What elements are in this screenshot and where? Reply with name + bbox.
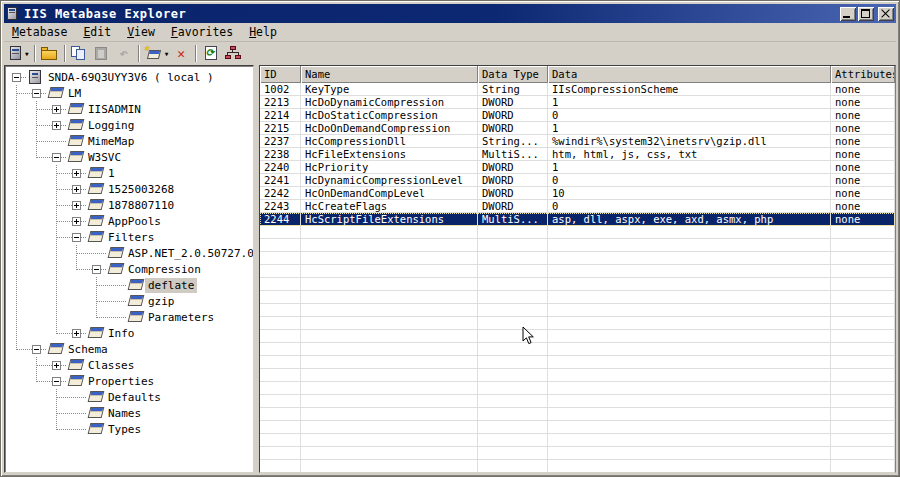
table-empty-row[interactable] <box>260 330 895 343</box>
collapse-minus-icon[interactable] <box>52 377 61 386</box>
expand-plus-icon[interactable] <box>72 217 81 226</box>
toolbar-connect-button[interactable]: ▼ <box>7 43 31 64</box>
collapse-minus-icon[interactable] <box>92 265 101 274</box>
menu-view[interactable]: View <box>119 24 163 41</box>
tree-item-apppools[interactable]: AppPools <box>7 213 253 229</box>
tree-item-label[interactable]: AppPools <box>105 214 164 229</box>
collapse-minus-icon[interactable] <box>72 233 81 242</box>
expand-plus-icon[interactable] <box>72 185 81 194</box>
table-empty-row[interactable] <box>260 291 895 304</box>
toolbar-delete-button[interactable]: ✕ <box>170 43 192 64</box>
tree-item-1525003268[interactable]: 1525003268 <box>7 181 253 197</box>
tree-item-label[interactable]: Classes <box>85 358 137 373</box>
tree-item-label[interactable]: IISADMIN <box>85 102 144 117</box>
table-row-1002[interactable]: 1002KeyTypeStringIIsCompressionSchemenon… <box>260 83 895 96</box>
tree-item-compression[interactable]: Compression <box>7 261 253 277</box>
tree-item-label[interactable]: W3SVC <box>85 150 124 165</box>
tree-item-asp-net-2-0-50727-0[interactable]: ASP.NET_2.0.50727.0 <box>7 245 253 261</box>
table-row-2213[interactable]: 2213HcDoDynamicCompressionDWORD1none <box>260 96 895 109</box>
menu-help[interactable]: Help <box>241 24 285 41</box>
tree-item-label[interactable]: 1525003268 <box>105 182 177 197</box>
tree-item-1[interactable]: 1 <box>7 165 253 181</box>
tree-item-label[interactable]: Names <box>105 406 144 421</box>
maximize-button[interactable] <box>858 7 874 21</box>
table-empty-row[interactable] <box>260 382 895 395</box>
tree-item-label[interactable]: 1 <box>105 166 118 181</box>
table-empty-row[interactable] <box>260 239 895 252</box>
column-header-data-type[interactable]: Data Type <box>478 66 548 83</box>
tree-item-snda-69q3uyy3v6-local[interactable]: SNDA-69Q3UYY3V6 ( local ) <box>7 69 253 85</box>
tree-item-iisadmin[interactable]: IISADMIN <box>7 101 253 117</box>
expand-plus-icon[interactable] <box>72 329 81 338</box>
tree-item-filters[interactable]: Filters <box>7 229 253 245</box>
toolbar-open-button[interactable] <box>39 43 61 64</box>
tree-item-classes[interactable]: Classes <box>7 357 253 373</box>
expand-plus-icon[interactable] <box>52 121 61 130</box>
minimize-button[interactable] <box>840 7 856 21</box>
table-empty-row[interactable] <box>260 460 895 473</box>
tree-item-label[interactable]: Compression <box>125 262 204 277</box>
dropdown-arrow-icon[interactable]: ▼ <box>25 50 29 57</box>
collapse-minus-icon[interactable] <box>32 345 41 354</box>
tree-item-label[interactable]: LM <box>65 86 84 101</box>
tree-item-parameters[interactable]: Parameters <box>7 309 253 325</box>
table-row-2244[interactable]: 2244HcScriptFileExtensionsMultiS...asp, … <box>260 213 895 226</box>
tree-item-defaults[interactable]: Defaults <box>7 389 253 405</box>
toolbar-refresh-button[interactable]: ⟳ <box>200 43 222 64</box>
tree-item-logging[interactable]: Logging <box>7 117 253 133</box>
collapse-minus-icon[interactable] <box>12 73 21 82</box>
column-header-data[interactable]: Data <box>548 66 831 83</box>
table-row-2241[interactable]: 2241HcDynamicCompressionLevelDWORD0none <box>260 174 895 187</box>
tree-item-info[interactable]: Info <box>7 325 253 341</box>
table-row-2237[interactable]: 2237HcCompressionDllString...%windir%\sy… <box>260 135 895 148</box>
column-header-name[interactable]: Name <box>301 66 478 83</box>
tree-item-label[interactable]: ASP.NET_2.0.50727.0 <box>125 246 254 261</box>
tree-item-properties[interactable]: Properties <box>7 373 253 389</box>
table-empty-row[interactable] <box>260 317 895 330</box>
close-button[interactable] <box>878 7 894 21</box>
toolbar-copy-button[interactable] <box>69 43 91 64</box>
tree-item-lm[interactable]: LM <box>7 85 253 101</box>
table-empty-row[interactable] <box>260 356 895 369</box>
table-empty-row[interactable] <box>260 278 895 291</box>
menu-metabase[interactable]: Metabase <box>4 24 75 41</box>
tree-item-label[interactable]: Parameters <box>145 310 217 325</box>
tree-item-1878807110[interactable]: 1878807110 <box>7 197 253 213</box>
tree-item-schema[interactable]: Schema <box>7 341 253 357</box>
table-row-2215[interactable]: 2215HcDoOnDemandCompressionDWORD1none <box>260 122 895 135</box>
expand-plus-icon[interactable] <box>52 361 61 370</box>
table-empty-row[interactable] <box>260 304 895 317</box>
table-row-2243[interactable]: 2243HcCreateFlagsDWORD0none <box>260 200 895 213</box>
table-empty-row[interactable] <box>260 369 895 382</box>
expand-plus-icon[interactable] <box>72 201 81 210</box>
tree-item-names[interactable]: Names <box>7 405 253 421</box>
tree-item-label[interactable]: deflate <box>145 278 197 293</box>
expand-plus-icon[interactable] <box>52 105 61 114</box>
tree-item-label[interactable]: SNDA-69Q3UYY3V6 ( local ) <box>45 70 217 85</box>
table-empty-row[interactable] <box>260 447 895 460</box>
table-row-2238[interactable]: 2238HcFileExtensionsMultiS...htm, html, … <box>260 148 895 161</box>
tree-item-deflate[interactable]: deflate <box>7 277 253 293</box>
tree-item-label[interactable]: MimeMap <box>85 134 137 149</box>
table-row-2242[interactable]: 2242HcOnDemandCompLevelDWORD10none <box>260 187 895 200</box>
toolbar-new-key-button[interactable]: ✶▼ <box>143 43 171 64</box>
tree-item-w3svc[interactable]: W3SVC <box>7 149 253 165</box>
menu-favorites[interactable]: Favorites <box>163 24 241 41</box>
tree-item-label[interactable]: Logging <box>85 118 137 133</box>
table-empty-row[interactable] <box>260 252 895 265</box>
table-row-2214[interactable]: 2214HcDoStaticCompressionDWORD0none <box>260 109 895 122</box>
column-header-id[interactable]: ID <box>260 66 301 83</box>
tree-item-label[interactable]: Schema <box>65 342 111 357</box>
table-empty-row[interactable] <box>260 265 895 278</box>
table-empty-row[interactable] <box>260 408 895 421</box>
tree-item-label[interactable]: Info <box>105 326 138 341</box>
collapse-minus-icon[interactable] <box>52 153 61 162</box>
toolbar-security-button[interactable] <box>222 43 244 64</box>
tree-item-label[interactable]: Types <box>105 422 144 437</box>
tree-item-gzip[interactable]: gzip <box>7 293 253 309</box>
collapse-minus-icon[interactable] <box>32 89 41 98</box>
expand-plus-icon[interactable] <box>72 169 81 178</box>
table-empty-row[interactable] <box>260 226 895 239</box>
column-header-attributes[interactable]: Attributes <box>831 66 895 83</box>
table-empty-row[interactable] <box>260 434 895 447</box>
